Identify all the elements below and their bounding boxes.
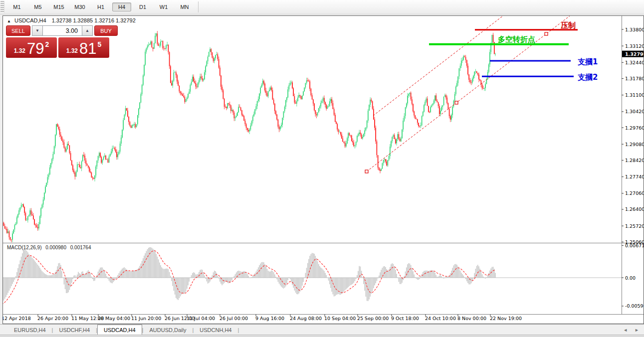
time-tick-label: 26 Jul 00:00	[219, 316, 248, 321]
collapse-triangle-icon[interactable]: ▲	[7, 19, 11, 23]
price-tick-label: 1.28420	[625, 158, 644, 163]
annotation-label-1: 多空转折点	[498, 35, 535, 44]
volume-decrease-button[interactable]: ▼	[32, 25, 43, 36]
timeframe-button-W1[interactable]: W1	[154, 2, 173, 11]
timeframe-toolbar: M1M5M15M30H1H4D1W1MN	[0, 0, 644, 14]
trendline-handle[interactable]	[545, 32, 548, 35]
price-tick-label: 1.25720	[625, 223, 644, 229]
macd-name: MACD(12,26,9)	[7, 245, 41, 250]
time-axis[interactable]: 12 Apr 201826 Apr 20:0011 May 12:0028 Ma…	[3, 315, 522, 322]
price-tick-label: 1.33120	[625, 43, 644, 49]
tab-audusd-daily[interactable]: AUDUSD,Daily	[143, 325, 192, 335]
chevron-up-icon: ▲	[85, 28, 89, 33]
annotation-label-2: 支摑1	[577, 57, 598, 66]
chart-symbol-label: USDCAD,H4	[14, 17, 46, 23]
price-tick-label: 1.26400	[625, 206, 644, 212]
tab-usdchf-h4[interactable]: USDCHF,H4	[53, 325, 96, 335]
price-tick-label: 1.33800	[625, 27, 644, 32]
tab-usdcnh-h4[interactable]: USDCNH,H4	[194, 325, 237, 335]
time-tick-label: 25 Sep 00:00	[357, 316, 389, 321]
macd-tick-label: -0.005925	[625, 303, 644, 309]
chart-window: ▲ USDCAD,H4 1.32738 1.32885 1.32716 1.32…	[2, 15, 644, 324]
price-tick-label: 1.27060	[625, 190, 644, 196]
volume-stepper: ▼ ▲	[32, 25, 93, 36]
chart-title: ▲ USDCAD,H4 1.32738 1.32885 1.32716 1.32…	[7, 17, 136, 23]
time-tick-label: 10 Sep 04:00	[324, 316, 356, 321]
price-tick-label: 1.31100	[625, 92, 644, 98]
timeframe-button-M30[interactable]: M30	[70, 2, 89, 11]
macd-value: 0.000980	[45, 245, 66, 250]
symbol-tabs: EURUSD,H4|USDCHF,H4|USDCAD,H4|AUDUSD,Dai…	[8, 325, 239, 335]
price-tick-label: 1.32440	[625, 60, 644, 65]
sell-button[interactable]: SELL	[6, 25, 30, 36]
buy-price-big: 81	[79, 41, 96, 56]
timeframe-button-M5[interactable]: M5	[28, 2, 47, 11]
time-tick-label: 22 Nov 19:00	[490, 316, 522, 321]
volume-increase-button[interactable]: ▲	[82, 25, 93, 36]
timeframe-button-M1[interactable]: M1	[7, 2, 26, 11]
trendline-handle[interactable]	[365, 170, 368, 173]
chart-canvas[interactable]: 压制多空转折点支摑1支摑21.338001.331201.324401.3178…	[3, 16, 644, 324]
buy-price-prefix: 1.32	[66, 47, 78, 54]
chart-ohlc-values: 1.32738 1.32885 1.32716 1.32792	[52, 17, 136, 23]
trendline-handle[interactable]	[455, 101, 458, 104]
timeframe-button-D1[interactable]: D1	[133, 2, 152, 11]
macd-tick-label: 0.00	[625, 275, 636, 281]
volume-input[interactable]	[43, 25, 82, 36]
terminal-window: M1M5M15M30H1H4D1W1MN ▲ USDCAD,H4 1.32738…	[0, 0, 644, 337]
time-tick-label: 28 May 04:00	[98, 316, 130, 321]
sell-price-prefix: 1.32	[14, 47, 25, 54]
macd-tick-label: 0.006718	[625, 243, 644, 248]
tab-usdcad-h4[interactable]: USDCAD,H4	[97, 325, 142, 335]
macd-indicator-label: MACD(12,26,9) 0.000980 0.001764	[7, 245, 91, 250]
time-tick-label: 11 Jun 20:00	[131, 316, 161, 321]
price-tick-label: 1.31780	[625, 76, 644, 81]
timeframe-buttons: M1M5M15M30H1H4D1W1MN	[6, 2, 195, 11]
one-click-trading-panel: SELL ▼ ▲ BUY 1.32 79 2	[6, 25, 112, 58]
price-tick-label: 1.29760	[625, 125, 644, 131]
annotation-label-3: 支摑2	[577, 73, 598, 82]
timeframe-button-M15[interactable]: M15	[49, 2, 68, 11]
tab-scroll-left-icon[interactable]: ◄	[623, 328, 628, 333]
time-tick-label: 11 Jul 04:00	[187, 316, 215, 321]
sell-price-tile[interactable]: 1.32 79 2	[6, 37, 57, 58]
macd-signal-value: 0.001764	[70, 245, 91, 250]
symbol-tab-bar: EURUSD,H4|USDCHF,H4|USDCAD,H4|AUDUSD,Dai…	[0, 324, 644, 335]
tab-separator: |	[237, 325, 239, 335]
time-tick-label: 8 Nov 00:00	[457, 316, 486, 321]
price-tick-label: 1.30420	[625, 109, 644, 114]
sell-price-big: 79	[27, 41, 44, 56]
status-strip	[0, 335, 644, 337]
tab-scroll-right-icon[interactable]: ►	[635, 328, 639, 333]
timeframe-button-MN[interactable]: MN	[175, 2, 194, 11]
buy-price-tile[interactable]: 1.32 81 5	[58, 37, 109, 58]
toolbar-divider	[198, 1, 199, 12]
price-tick-label: 1.27740	[625, 174, 644, 179]
sell-price-pip: 2	[45, 40, 49, 48]
time-tick-label: 26 Apr 20:00	[37, 316, 68, 321]
timeframe-button-H1[interactable]: H1	[91, 2, 110, 11]
tab-scroll-arrows: ◄ ►	[623, 325, 644, 335]
time-tick-label: 24 Aug 08:00	[290, 316, 322, 321]
time-tick-label: 9 Oct 18:00	[391, 316, 419, 321]
buy-button[interactable]: BUY	[94, 25, 118, 36]
tab-eurusd-h4[interactable]: EURUSD,H4	[8, 325, 52, 335]
time-tick-label: 24 Oct 10:00	[425, 316, 456, 321]
timeframe-button-H4[interactable]: H4	[112, 2, 131, 11]
time-tick-label: 12 Apr 2018	[3, 316, 31, 321]
buy-price-pip: 5	[98, 40, 102, 48]
toolbar-grip-icon[interactable]	[0, 1, 4, 13]
price-tick-label: 1.29080	[625, 142, 644, 147]
current-price-label: 1.32792	[625, 51, 644, 57]
chevron-down-icon: ▼	[35, 28, 39, 33]
annotation-label-0: 压制	[560, 21, 576, 30]
time-tick-label: 9 Aug 16:00	[255, 316, 284, 321]
